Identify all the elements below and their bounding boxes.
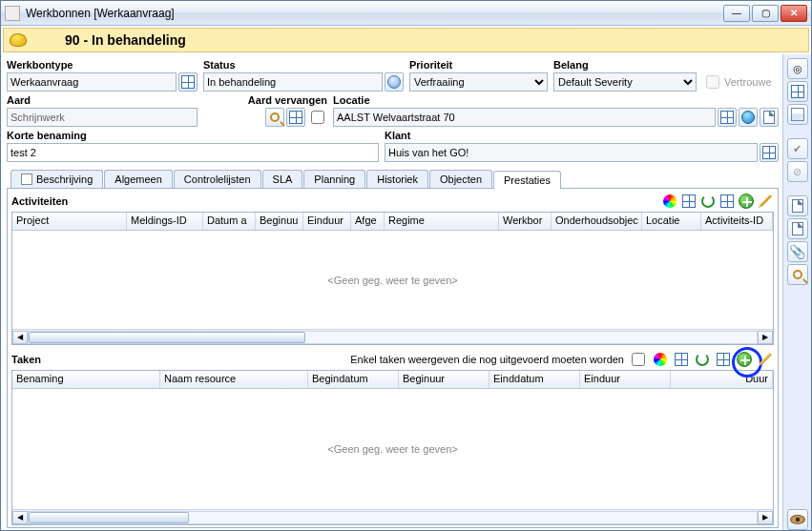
act-colorwheel-button[interactable] — [661, 193, 678, 210]
rt-target-button[interactable]: ◎ — [787, 58, 808, 79]
col-onderhoudsobj[interactable]: Onderhoudsobjec — [552, 213, 642, 230]
aard-search-button[interactable] — [265, 108, 284, 127]
eye-icon — [790, 515, 805, 524]
taken-refresh-button[interactable] — [694, 351, 711, 368]
act-columns-button[interactable] — [680, 193, 697, 210]
aard-value: Schrijnwerk — [7, 108, 198, 127]
col-meldingsid[interactable]: Meldings-ID — [127, 213, 203, 230]
minimize-button[interactable]: — — [723, 5, 750, 22]
col-beginuur[interactable]: Beginuu — [256, 213, 303, 230]
scroll-left[interactable]: ◀ — [12, 511, 28, 524]
columns-icon — [682, 194, 696, 208]
aard-grid-button[interactable] — [286, 108, 305, 127]
klant-grid-button[interactable] — [760, 143, 779, 162]
tab-objecten[interactable]: Objecten — [429, 170, 492, 188]
tab-historiek[interactable]: Historiek — [366, 170, 428, 188]
taken-filter-checkbox[interactable] — [632, 353, 645, 366]
tab-sla[interactable]: SLA — [262, 170, 303, 188]
status-banner: 90 - In behandeling — [3, 28, 809, 52]
tab-algemeen[interactable]: Algemeen — [104, 170, 173, 188]
taken-scroll[interactable]: ◀ ▶ — [12, 509, 773, 524]
plus-icon — [737, 352, 752, 367]
tab-prestaties[interactable]: Prestaties — [493, 171, 561, 189]
check-icon: ✔ — [793, 143, 802, 155]
rt-eye-button[interactable] — [787, 509, 808, 530]
taken-columns-button[interactable] — [673, 351, 690, 368]
werkbontype-value: Werkaanvraag — [7, 72, 177, 92]
grid-icon — [720, 194, 734, 208]
act-edit-button[interactable] — [757, 193, 774, 210]
grid-icon — [717, 353, 730, 366]
rt-grid-button[interactable] — [787, 81, 808, 102]
korte-benaming-input[interactable] — [7, 143, 379, 162]
grid-icon — [720, 111, 734, 124]
rt-nocheck-button[interactable]: ⊘ — [787, 161, 808, 182]
colorwheel-icon — [663, 194, 677, 208]
scroll-track[interactable] — [28, 511, 758, 524]
col-begindatum[interactable]: Begindatum — [308, 371, 399, 388]
col-benaming[interactable]: Benaming — [12, 371, 160, 388]
titlebar[interactable]: Werkbonnen [Werkaanvraag] — ▢ ✕ — [1, 1, 811, 26]
col-einduur2[interactable]: Einduur — [580, 371, 671, 388]
tab-controlelijsten[interactable]: Controlelijsten — [174, 170, 261, 188]
activiteiten-title: Activiteiten — [11, 195, 68, 207]
belang-select[interactable]: Default Severity — [553, 72, 697, 92]
globe-icon — [741, 111, 755, 124]
tabstrip: Beschrijving Algemeen Controlelijsten SL… — [7, 170, 779, 189]
prioriteit-select[interactable]: Verfraaiing — [409, 72, 548, 92]
rt-doc2-button[interactable] — [787, 218, 808, 239]
col-naamresource[interactable]: Naam resource — [160, 371, 308, 388]
maximize-button[interactable]: ▢ — [752, 5, 779, 22]
col-project[interactable]: Project — [12, 213, 127, 230]
label-aard-vervangen: Aard vervangen — [203, 93, 327, 108]
tab-pane-prestaties: Activiteiten Project Meldings-ID Da — [7, 189, 779, 528]
taken-add-button[interactable] — [736, 351, 753, 368]
rt-doc1-button[interactable] — [787, 195, 808, 216]
close-button[interactable]: ✕ — [781, 5, 807, 22]
aard-vervangen-checkbox[interactable] — [311, 111, 324, 124]
locatie-globe-button[interactable] — [739, 108, 758, 127]
taken-grid-header[interactable]: Benaming Naam resource Begindatum Beginu… — [12, 371, 773, 389]
scroll-right[interactable]: ▶ — [758, 511, 773, 524]
status-wizard-button[interactable] — [385, 72, 404, 92]
col-einddatum[interactable]: Einddatum — [489, 371, 580, 388]
taken-colorwheel-button[interactable] — [652, 351, 669, 368]
activiteiten-grid-header[interactable]: Project Meldings-ID Datum a Beginuu Eind… — [12, 213, 773, 231]
rt-search-button[interactable] — [787, 264, 808, 285]
label-aard: Aard — [7, 93, 198, 108]
scroll-thumb[interactable] — [29, 512, 189, 523]
activiteiten-scroll[interactable]: ◀ ▶ — [12, 329, 773, 344]
act-add-button[interactable] — [738, 193, 755, 210]
locatie-grid-button[interactable] — [718, 108, 737, 127]
col-afge[interactable]: Afge — [351, 213, 385, 230]
rt-attach-button[interactable]: 📎 — [787, 241, 808, 262]
col-werkbon[interactable]: Werkbor — [499, 213, 552, 230]
act-refresh-button[interactable] — [699, 193, 717, 210]
col-activiteitsid[interactable]: Activiteits-ID — [701, 213, 773, 230]
col-einduur[interactable]: Einduur — [303, 213, 351, 230]
col-regime[interactable]: Regime — [385, 213, 499, 230]
tab-planning[interactable]: Planning — [303, 170, 365, 188]
rt-cal-button[interactable] — [787, 104, 808, 125]
label-locatie: Locatie — [333, 93, 779, 108]
taken-title: Taken — [11, 354, 41, 365]
col-duur[interactable]: Duur — [671, 371, 773, 388]
scroll-left[interactable]: ◀ — [12, 331, 28, 344]
status-banner-text: 90 - In behandeling — [65, 32, 186, 48]
act-grid-button[interactable] — [718, 193, 736, 210]
scroll-thumb[interactable] — [29, 332, 305, 343]
werkbontype-picker[interactable] — [178, 72, 198, 92]
window-title: Werkbonnen [Werkaanvraag] — [26, 7, 723, 20]
taken-edit-button[interactable] — [757, 351, 774, 368]
scroll-right[interactable]: ▶ — [758, 331, 773, 344]
col-locatie[interactable]: Locatie — [642, 213, 701, 230]
taken-grid-button[interactable] — [715, 351, 732, 368]
rt-check-button[interactable]: ✔ — [787, 138, 808, 159]
scroll-track[interactable] — [28, 331, 758, 344]
col-datum[interactable]: Datum a — [203, 213, 256, 230]
locatie-detail-button[interactable] — [760, 108, 779, 127]
target-icon: ◎ — [793, 63, 802, 75]
plus-icon — [739, 194, 754, 209]
col-beginuur2[interactable]: Beginuur — [399, 371, 489, 388]
tab-beschrijving[interactable]: Beschrijving — [10, 170, 103, 188]
